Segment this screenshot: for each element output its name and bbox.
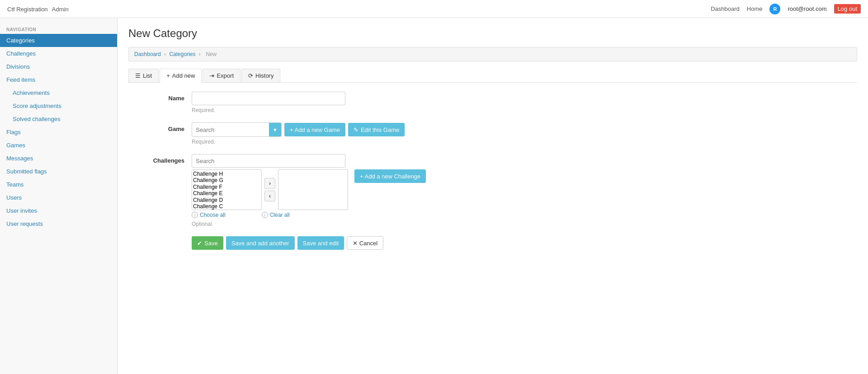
name-row: Name Required. bbox=[128, 92, 535, 113]
logout-button[interactable]: Log out bbox=[834, 4, 861, 14]
sidebar-item-divisions[interactable]: Divisions bbox=[0, 60, 117, 73]
name-input[interactable] bbox=[192, 92, 345, 105]
sidebar-item-messages[interactable]: Messages bbox=[0, 152, 117, 165]
main-layout: Navigation Categories Challenges Divisio… bbox=[0, 18, 868, 374]
top-navbar: Ctf Registration Admin Dashboard Home R … bbox=[0, 0, 868, 18]
edit-game-button[interactable]: ✎ Edit this Game bbox=[348, 123, 405, 136]
name-field: Required. bbox=[192, 92, 535, 113]
main-content: New Category Dashboard › Categories › Ne… bbox=[118, 18, 868, 374]
challenges-search-input[interactable] bbox=[192, 154, 345, 168]
challenges-select-right[interactable] bbox=[278, 170, 348, 210]
info-icon-2: i bbox=[262, 212, 268, 218]
challenges-selected-list[interactable] bbox=[278, 169, 348, 210]
move-left-button[interactable]: ‹ bbox=[264, 191, 275, 201]
game-row: Game ▾ + Add a new Game ✎ Edit this Game bbox=[128, 122, 535, 145]
tab-export[interactable]: ⇥ Export bbox=[203, 69, 241, 82]
sidebar-item-user-requests[interactable]: User requests bbox=[0, 217, 117, 230]
challenges-field: Challenge H Challenge G Challenge F Chal… bbox=[192, 154, 535, 227]
add-new-game-button[interactable]: + Add a new Game bbox=[284, 123, 345, 136]
save-edit-button[interactable]: Save and edit bbox=[297, 236, 344, 250]
plus-icon: + bbox=[166, 72, 170, 79]
page-title: New Category bbox=[128, 27, 857, 40]
challenges-label: Challenges bbox=[128, 154, 192, 164]
nav-user-email[interactable]: root@root.com bbox=[788, 5, 826, 12]
dual-list-arrows: › ‹ bbox=[264, 178, 275, 201]
sidebar-item-teams[interactable]: Teams bbox=[0, 178, 117, 191]
new-category-form: Name Required. Game ▾ bbox=[128, 92, 535, 250]
tab-list[interactable]: ☰ List bbox=[128, 69, 159, 82]
game-search-input[interactable] bbox=[192, 123, 269, 136]
challenges-row: Challenges Challenge H Challenge G Chall… bbox=[128, 154, 535, 227]
chevron-down-icon: ▾ bbox=[274, 126, 277, 133]
action-buttons: ✔ Save Save and add another Save and edi… bbox=[192, 236, 535, 250]
game-required-text: Required. bbox=[192, 139, 535, 145]
game-field-row: ▾ + Add a new Game ✎ Edit this Game bbox=[192, 122, 535, 137]
pencil-icon: ✎ bbox=[354, 126, 359, 133]
sidebar-item-categories[interactable]: Categories bbox=[0, 34, 117, 47]
sidebar-item-score-adjustments[interactable]: Score adjustments bbox=[0, 99, 117, 112]
sidebar-item-achievements[interactable]: Achievements bbox=[0, 86, 117, 99]
name-label: Name bbox=[128, 92, 192, 102]
clear-all-link[interactable]: i Clear all bbox=[262, 212, 290, 218]
info-icon: i bbox=[192, 212, 198, 218]
tabs-bar: ☰ List + Add new ⇥ Export ⟳ History bbox=[128, 69, 857, 83]
breadcrumb-categories[interactable]: Categories bbox=[169, 51, 195, 57]
choose-all-link[interactable]: i Choose all bbox=[192, 212, 226, 218]
game-dropdown-toggle[interactable]: ▾ bbox=[269, 123, 281, 136]
sidebar-item-flags[interactable]: Flags bbox=[0, 126, 117, 139]
nav-home-link[interactable]: Home bbox=[747, 5, 763, 12]
add-new-challenge-button[interactable]: + Add a new Challenge bbox=[354, 169, 426, 183]
sidebar-item-solved-challenges[interactable]: Solved challenges bbox=[0, 112, 117, 126]
challenges-select-left[interactable]: Challenge H Challenge G Challenge F Chal… bbox=[192, 170, 261, 210]
tab-add-new[interactable]: + Add new bbox=[160, 69, 202, 83]
sidebar-item-users[interactable]: Users bbox=[0, 191, 117, 204]
challenges-optional-text: Optional. bbox=[192, 221, 535, 227]
name-required-text: Required. bbox=[192, 107, 535, 113]
sidebar-item-feed-items[interactable]: Feed items bbox=[0, 73, 117, 86]
list-icon: ☰ bbox=[135, 72, 141, 79]
sidebar-item-submitted-flags[interactable]: Submitted flags bbox=[0, 165, 117, 178]
game-field: ▾ + Add a new Game ✎ Edit this Game Requ… bbox=[192, 122, 535, 145]
sidebar-nav-label: Navigation bbox=[0, 23, 117, 34]
navbar-right: Dashboard Home R root@root.com Log out bbox=[711, 4, 861, 14]
sidebar: Navigation Categories Challenges Divisio… bbox=[0, 18, 118, 374]
game-search-container: ▾ bbox=[192, 122, 282, 137]
user-avatar-icon: R bbox=[769, 4, 780, 14]
challenges-available-list[interactable]: Challenge H Challenge G Challenge F Chal… bbox=[192, 169, 262, 210]
nav-dashboard-link[interactable]: Dashboard bbox=[711, 5, 740, 12]
dual-list-container: Challenge H Challenge G Challenge F Chal… bbox=[192, 169, 535, 210]
check-icon: ✔ bbox=[197, 240, 202, 247]
sidebar-item-user-invites[interactable]: User invites bbox=[0, 204, 117, 217]
app-brand: Ctf Registration Admin bbox=[7, 5, 69, 13]
save-button[interactable]: ✔ Save bbox=[192, 236, 223, 250]
history-icon: ⟳ bbox=[248, 72, 253, 79]
cancel-button[interactable]: ✕ Cancel bbox=[347, 236, 383, 250]
save-add-another-button[interactable]: Save and add another bbox=[226, 236, 295, 250]
breadcrumb-current: New bbox=[206, 51, 217, 57]
game-label: Game bbox=[128, 122, 192, 132]
export-icon: ⇥ bbox=[209, 72, 214, 79]
breadcrumb: Dashboard › Categories › New bbox=[128, 47, 857, 61]
tab-history[interactable]: ⟳ History bbox=[241, 69, 280, 82]
choose-all-row: i Choose all i Clear all bbox=[192, 212, 535, 218]
move-right-button[interactable]: › bbox=[264, 178, 275, 189]
sidebar-item-challenges[interactable]: Challenges bbox=[0, 47, 117, 60]
breadcrumb-dashboard[interactable]: Dashboard bbox=[134, 51, 161, 57]
sidebar-item-games[interactable]: Games bbox=[0, 139, 117, 152]
